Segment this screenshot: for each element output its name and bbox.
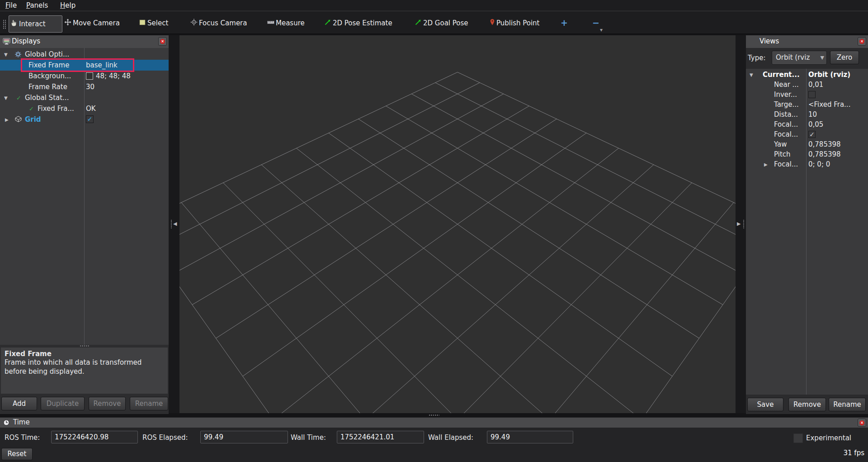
tool-select[interactable]: Select — [139, 12, 168, 34]
wall-time-field[interactable]: 1752246421.01 — [337, 431, 424, 443]
row-label: Focal... — [774, 160, 798, 168]
monitor-icon — [3, 38, 11, 48]
tree-row-target-frame[interactable]: Targe... <Fixed Fra... — [746, 100, 868, 110]
tool-label: Publish Point — [496, 19, 539, 27]
wall-time-label: Wall Time: — [291, 433, 326, 442]
tree-row-focal-shape-fixed[interactable]: Focal... ✓ — [746, 129, 868, 139]
ros-time-field[interactable]: 1752246420.98 — [51, 431, 138, 443]
row-label: Fixed Fra... — [38, 105, 74, 113]
tree-row-grid[interactable]: ▶ Grid ✓ — [0, 114, 169, 125]
tree-row-yaw[interactable]: Yaw 0,785398 — [746, 139, 868, 149]
row-value[interactable]: 0,05 — [808, 120, 823, 129]
row-value[interactable]: base_link — [86, 61, 118, 69]
experimental-checkbox[interactable] — [793, 433, 803, 443]
close-time-button[interactable]: × — [858, 419, 866, 427]
row-value[interactable]: 0,785398 — [808, 150, 841, 158]
invert-z-checkbox[interactable] — [808, 91, 816, 98]
menu-file[interactable]: File — [5, 1, 17, 10]
time-panel-header: Time × — [0, 418, 868, 428]
rename-view-button[interactable]: Rename — [829, 398, 866, 411]
grid-enabled-checkbox[interactable]: ✓ — [86, 115, 94, 123]
toolbar-drag-handle[interactable] — [3, 19, 6, 29]
duplicate-button[interactable]: Duplicate — [41, 397, 85, 410]
color-swatch[interactable] — [86, 72, 93, 80]
menu-panels[interactable]: Panels — [26, 1, 48, 10]
remove-button[interactable]: Remove — [89, 397, 126, 410]
row-value: Orbit (rviz) — [808, 71, 850, 79]
chevron-down-icon[interactable]: ▾ — [600, 27, 603, 33]
view-type-dropdown[interactable]: Orbit (rviz ▼ — [772, 51, 827, 65]
left-splitter[interactable]: ◀ — [169, 35, 179, 413]
splitter-dots — [743, 219, 745, 229]
bottom-splitter-handle[interactable] — [429, 414, 439, 416]
row-label: Global Opti... — [25, 50, 69, 58]
row-value[interactable]: 0,01 — [808, 81, 823, 89]
wall-elapsed-field[interactable]: 99.49 — [487, 431, 573, 443]
3d-viewport[interactable] — [179, 35, 736, 413]
wall-elapsed-label: Wall Elapsed: — [428, 433, 473, 442]
zero-button[interactable]: Zero — [830, 51, 859, 64]
tool-measure[interactable]: Measure — [267, 12, 305, 34]
menu-help[interactable]: Help — [60, 1, 75, 10]
tree-row-background-color[interactable]: Backgroun... 48; 48; 48 — [0, 71, 169, 81]
tree-row-fixed-frame-status[interactable]: ✓ Fixed Fra... OK — [0, 103, 169, 114]
collapse-right-icon[interactable]: ▶ — [737, 221, 741, 227]
right-splitter[interactable]: ▶ — [736, 35, 746, 413]
tree-row-invert-z[interactable]: Inver... — [746, 90, 868, 100]
row-label: Backgroun... — [28, 72, 71, 80]
ground-grid — [179, 35, 736, 413]
tree-row-focal-point[interactable]: ▶ Focal... 0; 0; 0 — [746, 159, 868, 169]
tool-interact[interactable]: Interact — [9, 15, 62, 33]
add-tool-button[interactable]: + — [561, 18, 568, 28]
close-views-button[interactable]: × — [858, 37, 866, 46]
tool-focus-camera[interactable]: Focus Camera — [190, 12, 247, 34]
rename-button[interactable]: Rename — [130, 397, 168, 410]
chevron-right-icon[interactable]: ▶ — [764, 162, 768, 167]
grid-icon — [15, 116, 22, 124]
reset-button[interactable]: Reset — [1, 448, 33, 460]
tree-row-pitch[interactable]: Pitch 0,785398 — [746, 149, 868, 159]
tree-row-global-options[interactable]: ▼ Global Opti... — [0, 49, 169, 60]
description-title: Fixed Frame — [5, 350, 164, 358]
row-label: Current... — [763, 71, 800, 79]
add-button[interactable]: Add — [1, 397, 37, 410]
row-value[interactable]: 48; 48; 48 — [96, 72, 131, 80]
tool-move-camera[interactable]: Move Camera — [64, 12, 120, 34]
chevron-down-icon[interactable]: ▼ — [4, 52, 8, 57]
chevron-down-icon[interactable]: ▼ — [4, 95, 8, 100]
map-pin-icon — [490, 19, 495, 28]
focal-fixed-checkbox[interactable]: ✓ — [808, 131, 816, 138]
remove-view-button[interactable]: Remove — [788, 398, 826, 411]
tree-row-near-clip[interactable]: Near ... 0,01 — [746, 80, 868, 90]
ros-elapsed-label: ROS Elapsed: — [142, 433, 188, 442]
tree-row-frame-rate[interactable]: Frame Rate 30 — [0, 81, 169, 92]
close-displays-button[interactable]: × — [158, 37, 167, 46]
row-label: Frame Rate — [28, 83, 67, 91]
menu-bar: File Panels Help — [0, 0, 868, 11]
tree-row-fixed-frame[interactable]: Fixed Frame base_link — [0, 60, 169, 71]
save-button[interactable]: Save — [747, 398, 783, 411]
row-value[interactable]: 0,785398 — [808, 140, 841, 148]
collapse-left-icon[interactable]: ◀ — [173, 221, 177, 227]
row-label: Near ... — [774, 81, 799, 89]
row-label: Global Stat... — [25, 94, 69, 102]
tool-2d-pose-estimate[interactable]: 2D Pose Estimate — [324, 12, 392, 34]
tree-row-global-status[interactable]: ▼ ✓ Global Stat... — [0, 92, 169, 103]
chevron-down-icon[interactable]: ▼ — [750, 72, 753, 77]
tool-publish-point[interactable]: Publish Point — [490, 12, 539, 34]
row-value[interactable]: 10 — [808, 110, 817, 119]
dropdown-value: Orbit (rviz — [776, 53, 810, 62]
row-value[interactable]: 30 — [86, 83, 94, 91]
displays-tree: ▼ Global Opti... Fixed Frame base_link B… — [0, 48, 169, 345]
row-value[interactable]: <Fixed Fra... — [808, 100, 850, 109]
chevron-right-icon[interactable]: ▶ — [5, 117, 9, 122]
splitter-handle[interactable] — [80, 345, 90, 347]
row-value[interactable]: 0; 0; 0 — [808, 160, 830, 168]
tool-2d-goal-pose[interactable]: 2D Goal Pose — [415, 12, 468, 34]
tree-row-distance[interactable]: Dista... 10 — [746, 110, 868, 119]
remove-tool-button[interactable]: − — [592, 18, 599, 28]
tree-row-focal-shape-size[interactable]: Focal... 0,05 — [746, 119, 868, 129]
check-icon: ✓ — [16, 95, 21, 101]
tree-row-current-view[interactable]: ▼ Current... Orbit (rviz) — [746, 70, 868, 80]
ros-elapsed-field[interactable]: 99.49 — [200, 431, 288, 443]
